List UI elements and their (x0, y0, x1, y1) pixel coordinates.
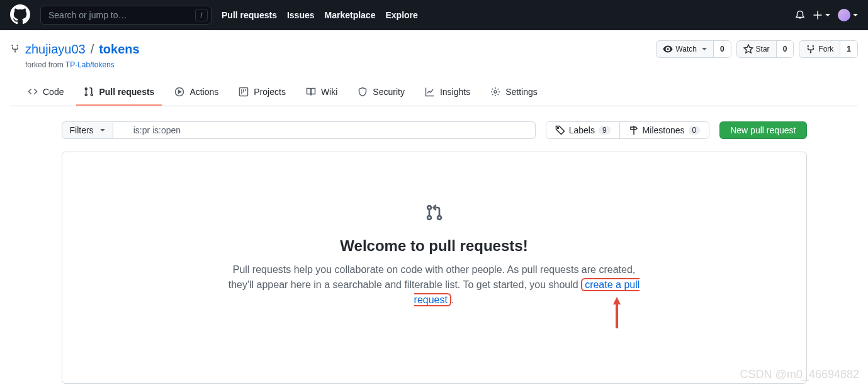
nav-marketplace[interactable]: Marketplace (325, 10, 376, 20)
fork-label: Fork (818, 45, 833, 53)
tab-settings[interactable]: Settings (483, 82, 545, 106)
filters-button[interactable]: Filters (62, 121, 113, 139)
repo-owner-link[interactable]: zhujiayu03 (25, 42, 86, 57)
tab-insights[interactable]: Insights (417, 82, 478, 106)
repo-sep: / (91, 42, 94, 57)
labels-milestones-group: Labels 9 Milestones 0 (546, 121, 710, 139)
pr-container: Filters Labels 9 Milestones 0 New pull r… (52, 106, 817, 390)
tab-code[interactable]: Code (20, 82, 71, 106)
milestone-icon (629, 125, 639, 135)
star-button[interactable]: Star 0 (736, 40, 794, 58)
fork-button[interactable]: Fork 1 (799, 40, 858, 58)
forked-from: forked from TP-Lab/tokens (25, 60, 858, 69)
nav-pull-requests[interactable]: Pull requests (222, 10, 277, 20)
pr-toolbar: Filters Labels 9 Milestones 0 New pull r… (62, 121, 807, 139)
tag-icon (555, 125, 565, 135)
avatar (838, 9, 850, 21)
watch-button[interactable]: Watch 0 (656, 40, 731, 58)
nav-explore[interactable]: Explore (385, 10, 417, 20)
user-menu[interactable] (838, 9, 858, 21)
svg-point-5 (427, 216, 431, 220)
milestones-button[interactable]: Milestones 0 (619, 122, 709, 138)
tab-wiki[interactable]: Wiki (298, 82, 345, 106)
global-nav: Pull requests Issues Marketplace Explore (222, 10, 418, 20)
eye-icon (663, 44, 673, 54)
global-header: / Pull requests Issues Marketplace Explo… (0, 0, 868, 30)
blankslate-body: Pull requests help you collaborate on co… (227, 262, 642, 308)
watch-label: Watch (675, 45, 697, 53)
star-count[interactable]: 0 (776, 41, 794, 57)
notifications-icon[interactable] (795, 10, 805, 20)
pr-search-input[interactable] (113, 121, 536, 139)
repo-header: zhujiayu03 / tokens Watch 0 Star 0 (0, 30, 868, 106)
arrow-annotation (611, 297, 623, 330)
svg-point-6 (437, 216, 441, 220)
new-pull-request-button[interactable]: New pull request (719, 121, 806, 139)
nav-issues[interactable]: Issues (287, 10, 315, 20)
fork-icon (806, 44, 816, 54)
svg-point-3 (557, 128, 558, 129)
github-logo[interactable] (10, 4, 30, 26)
create-new-menu[interactable] (813, 10, 830, 20)
tab-security[interactable]: Security (350, 82, 412, 106)
repo-name-link[interactable]: tokens (99, 42, 139, 57)
repo-tabs: Code Pull requests Actions Projects Wiki… (10, 82, 858, 106)
tab-pull-requests[interactable]: Pull requests (76, 82, 162, 106)
watch-count[interactable]: 0 (713, 41, 731, 57)
repo-fork-icon (10, 42, 20, 57)
star-icon (743, 44, 753, 54)
pull-request-large-icon (87, 203, 781, 225)
forked-source-link[interactable]: TP-Lab/tokens (65, 60, 115, 69)
svg-point-4 (427, 206, 431, 209)
blankslate: Welcome to pull requests! Pull requests … (62, 152, 807, 384)
blankslate-title: Welcome to pull requests! (87, 237, 781, 255)
star-label: Star (756, 45, 770, 53)
tab-actions[interactable]: Actions (167, 82, 226, 106)
search-wrap: / (40, 6, 211, 25)
slash-key-hint: / (195, 9, 208, 21)
labels-button[interactable]: Labels 9 (546, 122, 619, 138)
tab-projects[interactable]: Projects (231, 82, 293, 106)
fork-count[interactable]: 1 (840, 41, 857, 57)
milestones-count: 0 (689, 126, 701, 135)
svg-point-2 (494, 91, 497, 93)
labels-count: 9 (599, 126, 611, 135)
global-search-input[interactable] (40, 6, 211, 25)
